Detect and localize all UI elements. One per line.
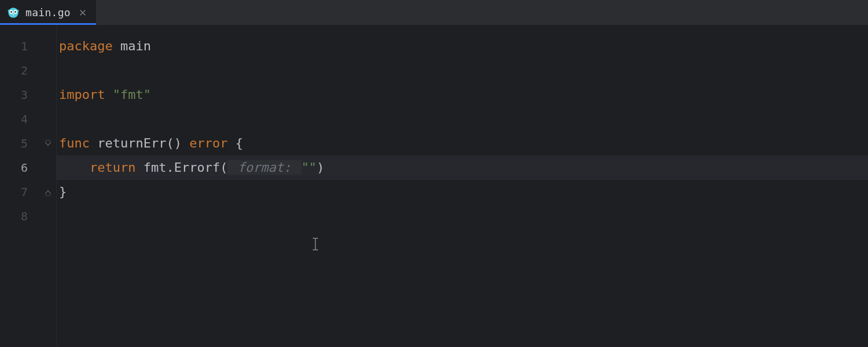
code-line[interactable]: package main	[57, 34, 868, 58]
line-number: 1	[0, 34, 36, 58]
line-number: 7	[0, 180, 36, 204]
code-line[interactable]: func returnErr() error {	[57, 131, 868, 156]
gopher-icon	[7, 6, 20, 19]
code-line[interactable]: return fmt.Errorf( format: "")	[57, 156, 868, 180]
line-number: 5	[0, 131, 36, 156]
fold-slot	[36, 34, 56, 58]
code-area[interactable]: package main import "fmt" func returnErr…	[57, 25, 868, 347]
code-line[interactable]: }	[57, 180, 868, 204]
code-line[interactable]	[57, 107, 868, 131]
tab-main-go[interactable]: main.go	[0, 0, 96, 25]
tab-filename: main.go	[25, 6, 71, 19]
line-number-gutter: 12345678	[0, 25, 36, 347]
fold-slot	[36, 83, 56, 107]
line-number: 4	[0, 107, 36, 131]
svg-point-6	[17, 9, 19, 12]
fold-slot	[36, 204, 56, 228]
fold-gutter	[36, 25, 57, 347]
fold-slot	[36, 180, 56, 204]
fold-slot	[36, 156, 56, 180]
tab-bar: main.go	[0, 0, 868, 25]
code-line[interactable]	[57, 204, 868, 228]
svg-point-7	[13, 14, 14, 15]
line-number: 8	[0, 204, 36, 228]
text-cursor-icon	[311, 238, 319, 250]
fold-slot	[36, 58, 56, 83]
fold-slot	[36, 107, 56, 131]
line-number: 3	[0, 83, 36, 107]
line-number: 6	[0, 156, 36, 180]
svg-point-5	[8, 9, 10, 12]
svg-point-3	[10, 11, 12, 13]
svg-point-4	[14, 11, 16, 13]
line-number: 2	[0, 58, 36, 83]
code-line[interactable]	[57, 58, 868, 83]
close-icon[interactable]	[78, 8, 88, 18]
fold-close-icon[interactable]	[43, 189, 53, 196]
code-line[interactable]: import "fmt"	[57, 83, 868, 107]
code-editor[interactable]: 12345678 package main import "fmt" func …	[0, 25, 868, 347]
fold-open-icon[interactable]	[43, 140, 53, 147]
fold-slot	[36, 131, 56, 156]
